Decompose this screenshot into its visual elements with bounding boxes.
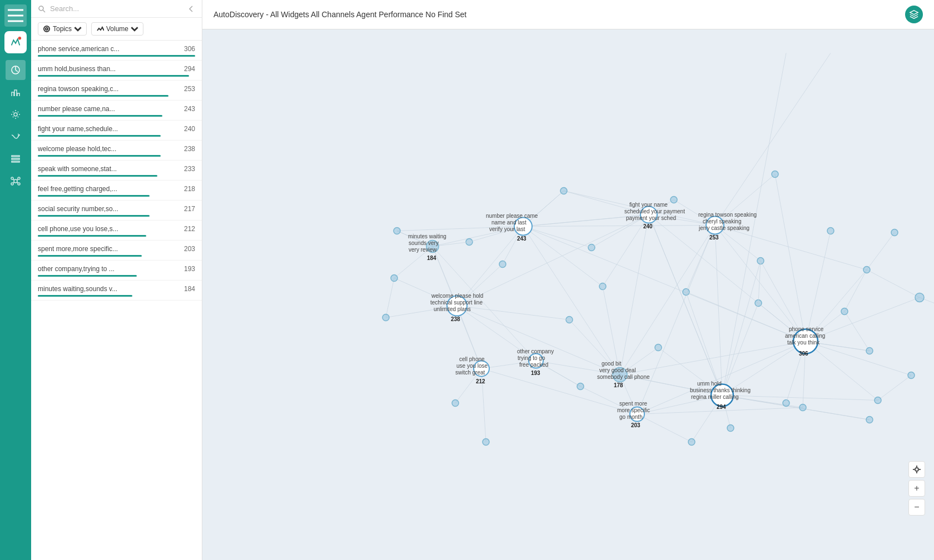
svg-line-151 [722, 53, 786, 396]
svg-line-16 [13, 182, 14, 183]
svg-point-117 [866, 417, 873, 423]
list-item[interactable]: number please came,na... 243 [31, 101, 202, 121]
svg-text:use you lose: use you lose [456, 363, 488, 369]
svg-point-108 [394, 228, 400, 234]
svg-rect-6 [12, 156, 19, 157]
topic-bar [38, 295, 132, 297]
graph-area[interactable]: .edge { stroke: #c8d4e0; stroke-width: 1… [202, 29, 934, 560]
svg-point-107 [382, 314, 389, 321]
search-icon [38, 5, 46, 13]
topic-label: other company,trying to ... [38, 265, 149, 273]
zoom-in-button[interactable]: + [908, 480, 925, 497]
svg-line-27 [620, 342, 806, 375]
list-item[interactable]: regina towson speaking,c... 253 [31, 81, 202, 101]
menu-button[interactable] [4, 4, 27, 27]
list-item[interactable]: speak with someone,stat... 233 [31, 161, 202, 181]
svg-point-18 [39, 6, 43, 11]
svg-point-103 [670, 197, 677, 203]
topic-bar [38, 55, 195, 57]
list-item[interactable]: welcome please hold,tec... 238 [31, 141, 202, 161]
topic-label: social security number,so... [38, 205, 149, 213]
list-item[interactable]: cell phone,use you lose,s... 212 [31, 221, 202, 241]
svg-text:178: 178 [614, 382, 623, 388]
topics-list: phone service,american c... 306 umm hold… [31, 41, 202, 560]
svg-line-78 [878, 376, 911, 401]
svg-text:payment your sched: payment your sched [626, 215, 676, 221]
svg-text:verify your last: verify your last [489, 226, 525, 232]
svg-point-3 [18, 37, 22, 40]
svg-text:american calling: american calling [785, 333, 825, 339]
svg-line-91 [386, 278, 394, 318]
topic-bar [38, 195, 150, 197]
list-item[interactable]: feel free,getting charged,... 218 [31, 181, 202, 201]
svg-text:switch great: switch great [455, 369, 485, 376]
svg-marker-22 [910, 11, 918, 14]
layers-button[interactable] [905, 6, 923, 23]
topic-count: 184 [184, 285, 195, 293]
topic-bar [38, 95, 168, 97]
svg-point-120 [727, 425, 734, 432]
zoom-out-button[interactable]: − [908, 499, 925, 516]
svg-line-73 [844, 270, 867, 312]
svg-point-11 [18, 177, 20, 179]
nav-analytics[interactable] [6, 60, 26, 80]
svg-line-53 [457, 215, 649, 306]
svg-text:business thanks thinking: business thanks thinking [690, 387, 751, 393]
zoom-in-icon: + [914, 483, 919, 493]
list-item[interactable]: other company,trying to ... 193 [31, 261, 202, 281]
svg-text:name and last: name and last [491, 219, 526, 226]
topic-count: 212 [184, 225, 195, 233]
nav-insights[interactable] [6, 82, 26, 102]
list-item[interactable]: phone service,american c... 306 [31, 41, 202, 61]
svg-text:very good deal: very good deal [599, 367, 636, 373]
svg-text:more specific: more specific [617, 407, 650, 413]
svg-line-15 [17, 179, 18, 181]
topic-bar [38, 275, 137, 277]
main-header: AutoDiscovery - All Widgets All Channels… [202, 0, 934, 29]
svg-line-30 [715, 226, 722, 396]
svg-text:243: 243 [517, 236, 526, 242]
svg-line-147 [523, 227, 592, 248]
nav-network[interactable] [6, 171, 26, 191]
topic-label: welcome please hold,tec... [38, 145, 149, 153]
svg-point-10 [11, 177, 13, 179]
nav-settings[interactable] [6, 104, 26, 124]
svg-point-122 [452, 400, 459, 407]
svg-line-141 [722, 303, 758, 396]
topic-bar [38, 115, 162, 117]
svg-text:240: 240 [643, 223, 653, 229]
nav-flow[interactable] [6, 127, 26, 147]
list-item[interactable]: minutes waiting,sounds v... 184 [31, 281, 202, 301]
nav-list[interactable] [6, 149, 26, 169]
svg-text:minutes waiting: minutes waiting [408, 233, 446, 239]
list-item[interactable]: umm hold,business than... 294 [31, 61, 202, 81]
svg-text:regina miller calling: regina miller calling [691, 394, 739, 400]
svg-text:trying to go: trying to go [518, 355, 545, 361]
svg-line-68 [867, 270, 920, 298]
topic-label: cell phone,use you lose,s... [38, 225, 149, 233]
volume-dropdown[interactable]: Volume [91, 22, 143, 36]
svg-point-212 [915, 468, 918, 471]
svg-text:welcome please hold: welcome please hold [431, 293, 483, 299]
svg-line-134 [523, 227, 603, 287]
topic-label: regina towson speaking,c... [38, 85, 149, 93]
locate-button[interactable] [908, 461, 925, 478]
svg-point-121 [577, 383, 584, 390]
filter-controls: Topics Volume [31, 18, 202, 41]
svg-line-75 [844, 312, 870, 351]
zoom-out-icon: − [914, 502, 919, 512]
topics-label: Topics [53, 25, 72, 33]
list-item[interactable]: fight your name,schedule... 240 [31, 121, 202, 141]
svg-line-83 [637, 414, 692, 442]
svg-text:umm hold: umm hold [697, 381, 722, 387]
app-logo[interactable] [4, 31, 27, 53]
topic-bar [38, 75, 189, 77]
svg-line-34 [523, 226, 715, 227]
collapse-button[interactable] [187, 5, 195, 13]
topics-dropdown[interactable]: Topics [38, 22, 87, 36]
list-item[interactable]: spent more,more specific... 203 [31, 241, 202, 261]
search-input[interactable] [50, 4, 183, 13]
svg-text:free packed: free packed [519, 362, 548, 368]
list-item[interactable]: social security number,so... 217 [31, 201, 202, 221]
topic-label: minutes waiting,sounds v... [38, 285, 149, 293]
